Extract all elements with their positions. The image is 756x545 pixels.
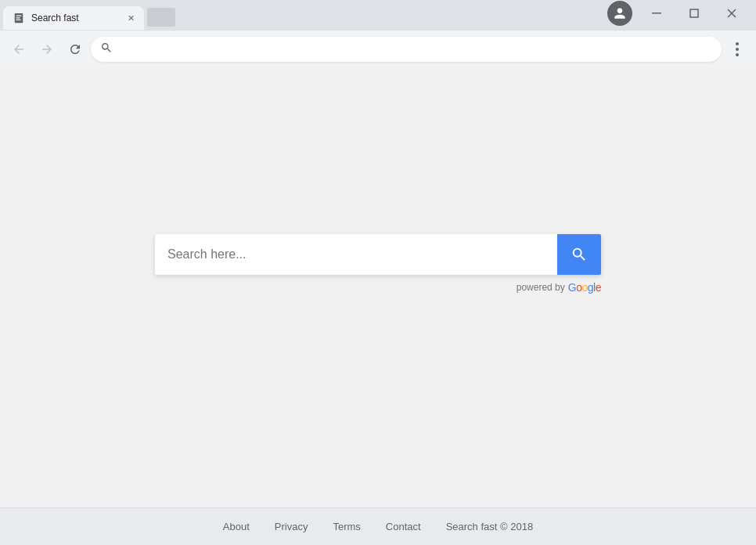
close-button[interactable] xyxy=(714,1,750,26)
svg-rect-4 xyxy=(652,13,661,14)
reload-button[interactable] xyxy=(63,37,88,62)
chrome-menu-button[interactable] xyxy=(725,37,750,62)
main-search-input[interactable] xyxy=(155,234,557,275)
chrome-window: Search fast ✕ xyxy=(0,0,756,545)
search-widget: powered by Google xyxy=(155,234,601,294)
back-button[interactable] xyxy=(6,37,31,62)
forward-button[interactable] xyxy=(34,37,59,62)
privacy-link[interactable]: Privacy xyxy=(275,521,308,532)
about-link[interactable]: About xyxy=(223,521,250,532)
window-controls xyxy=(639,1,753,26)
copyright-text: Search fast © 2018 xyxy=(446,521,533,532)
tab-close-button[interactable]: ✕ xyxy=(124,11,138,25)
title-bar: Search fast ✕ xyxy=(0,0,756,30)
svg-rect-3 xyxy=(16,20,21,20)
omnibox-search-icon xyxy=(100,42,113,56)
powered-by-label: powered by Google xyxy=(517,281,601,294)
tab-strip: Search fast ✕ xyxy=(3,0,607,30)
svg-rect-2 xyxy=(16,17,20,18)
tab-favicon xyxy=(13,12,25,24)
maximize-button[interactable] xyxy=(676,1,712,26)
minimize-button[interactable] xyxy=(639,1,675,26)
terms-link[interactable]: Terms xyxy=(333,521,360,532)
omnibox-input[interactable] xyxy=(119,43,712,56)
more-options-icon xyxy=(736,42,739,56)
tab-title: Search fast xyxy=(31,13,117,23)
search-button[interactable] xyxy=(557,234,601,275)
google-logo: Google xyxy=(568,281,601,294)
active-tab[interactable]: Search fast ✕ xyxy=(3,6,144,30)
contact-link[interactable]: Contact xyxy=(386,521,421,532)
footer: About Privacy Terms Contact Search fast … xyxy=(0,507,756,545)
svg-rect-1 xyxy=(16,16,22,16)
omnibox[interactable] xyxy=(91,37,722,62)
search-box xyxy=(155,234,601,275)
new-tab-thumbnail xyxy=(147,8,175,27)
page-content: powered by Google xyxy=(0,67,756,507)
profile-button[interactable] xyxy=(607,1,632,26)
svg-rect-5 xyxy=(690,9,698,17)
toolbar xyxy=(0,30,756,67)
